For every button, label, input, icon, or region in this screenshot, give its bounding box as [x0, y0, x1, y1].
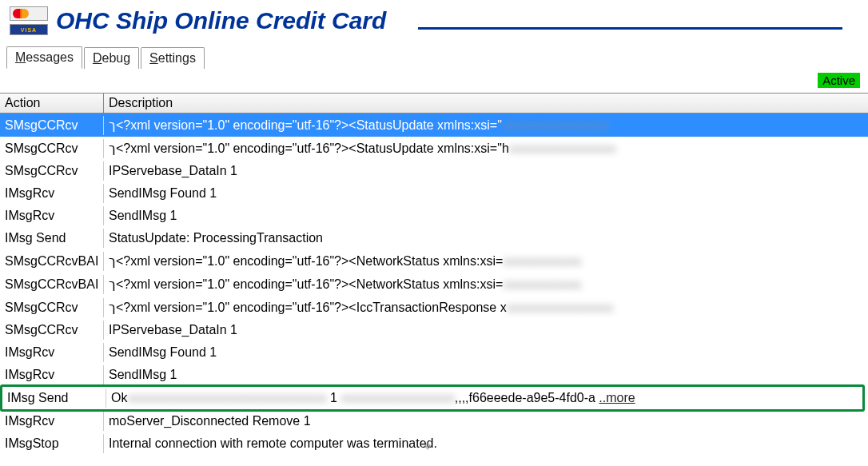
cell-action: SMsgCCRcv	[0, 298, 104, 317]
cell-description: ך<?xml version="1.0" encoding="utf-16"?>…	[104, 138, 868, 158]
table-row[interactable]: IMsgRcvSendIMsg 1	[0, 364, 868, 386]
table-row[interactable]: IMsgRcvSendIMsg 1	[0, 205, 868, 227]
cell-action: SMsgCCRcv	[0, 161, 104, 181]
cell-action: SMsgCCRcvBAI	[0, 275, 104, 294]
table-row[interactable]: SMsgCCRcvך<?xml version="1.0" encoding="…	[0, 114, 868, 137]
cell-description: ך<?xml version="1.0" encoding="utf-16"?>…	[104, 297, 868, 317]
cell-action: IMsgStop	[0, 434, 104, 453]
col-header-description[interactable]: Description	[104, 94, 868, 113]
cell-action: IMsgRcv	[0, 206, 104, 225]
tab-settings[interactable]: Settings	[141, 47, 205, 69]
cell-description: IPServebase_DataIn 1	[104, 321, 868, 340]
table-row[interactable]: SMsgCCRcvBAIך<?xml version="1.0" encodin…	[0, 273, 868, 296]
cell-action: SMsgCCRcv	[0, 139, 104, 158]
status-badge: Active	[818, 73, 860, 88]
cursor-target-icon: ⌖	[424, 438, 432, 455]
table-row[interactable]: SMsgCCRcvך<?xml version="1.0" encoding="…	[0, 296, 868, 319]
cell-description: Internal connection with remote computer…	[104, 434, 868, 453]
cell-description: SendIMsg Found 1	[104, 184, 868, 203]
tab-strip: MessagesDebugSettings	[0, 42, 868, 70]
status-row: Active	[0, 70, 868, 91]
cell-description: Okaaaaaaaaaaaaaaaaaaaaaaaaaaaa 1 aaaaaaa…	[106, 388, 862, 408]
table-row[interactable]: IMsgRcvSendIMsg Found 1	[0, 182, 868, 205]
cell-description: SendIMsg 1	[104, 365, 868, 384]
tab-debug[interactable]: Debug	[84, 47, 139, 69]
cell-action: IMsg Send	[2, 388, 106, 408]
grid-body: SMsgCCRcvך<?xml version="1.0" encoding="…	[0, 114, 868, 455]
table-row[interactable]: IMsgStopInternal connection with remote …	[0, 432, 868, 455]
cell-description: IPServebase_DataIn 1	[104, 161, 868, 181]
cell-action: IMsgRcv	[0, 365, 104, 384]
cell-description: moServer_Disconnected Remove 1	[104, 412, 868, 431]
cell-description: ך<?xml version="1.0" encoding="utf-16"?>…	[104, 115, 868, 135]
cell-action: IMsgRcv	[0, 412, 104, 431]
cell-action: IMsgRcv	[0, 184, 104, 203]
cell-description: SendIMsg Found 1	[104, 343, 868, 362]
table-row[interactable]: IMsgRcvSendIMsg Found 1	[0, 341, 868, 364]
table-row[interactable]: SMsgCCRcvIPServebase_DataIn 1	[0, 160, 868, 182]
table-row[interactable]: SMsgCCRcvIPServebase_DataIn 1	[0, 319, 868, 341]
col-header-action[interactable]: Action	[0, 94, 104, 113]
cell-action: SMsgCCRcv	[0, 321, 104, 340]
cell-action: SMsgCCRcv	[0, 116, 104, 135]
cell-description: ך<?xml version="1.0" encoding="utf-16"?>…	[104, 251, 868, 271]
tab-messages[interactable]: Messages	[6, 46, 82, 69]
mastercard-icon	[13, 9, 29, 18]
table-row[interactable]: SMsgCCRcvBAIך<?xml version="1.0" encodin…	[0, 249, 868, 273]
cell-action: IMsgRcv	[0, 343, 104, 362]
table-row[interactable]: IMsgRcvmoServer_Disconnected Remove 1	[0, 410, 868, 432]
title-rule	[418, 27, 842, 30]
cell-description: StatusUpdate: ProcessingTransaction	[104, 229, 868, 248]
visa-icon: VISA	[10, 24, 48, 35]
message-grid: Action Description SMsgCCRcvך<?xml versi…	[0, 93, 868, 455]
cell-description: SendIMsg 1	[104, 206, 868, 225]
cell-action: IMsg Send	[0, 229, 104, 248]
app-logo: VISA	[10, 6, 48, 35]
app-header: VISA OHC Ship Online Credit Card	[0, 0, 868, 42]
table-row[interactable]: IMsg SendOkaaaaaaaaaaaaaaaaaaaaaaaaaaaa …	[0, 384, 865, 412]
grid-header: Action Description	[0, 94, 868, 114]
cell-action: SMsgCCRcvBAI	[0, 252, 104, 271]
table-row[interactable]: SMsgCCRcvך<?xml version="1.0" encoding="…	[0, 137, 868, 160]
cell-description: ך<?xml version="1.0" encoding="utf-16"?>…	[104, 274, 868, 294]
app-title: OHC Ship Online Credit Card	[56, 7, 386, 34]
more-link[interactable]: ..more	[599, 391, 635, 404]
table-row[interactable]: IMsg SendStatusUpdate: ProcessingTransac…	[0, 227, 868, 249]
